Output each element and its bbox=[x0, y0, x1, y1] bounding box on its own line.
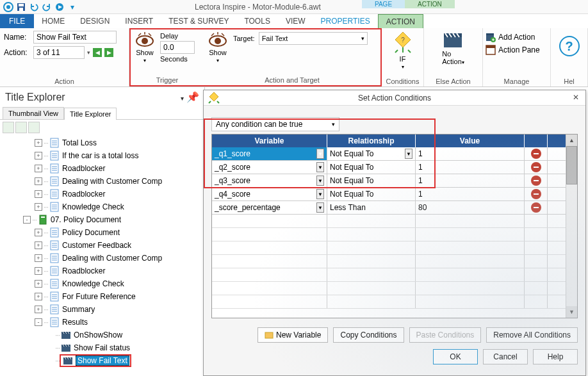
value-cell[interactable]: 1 bbox=[416, 188, 525, 200]
tab-view[interactable]: VIEW bbox=[278, 14, 313, 28]
chevron-down-icon[interactable]: ▼ bbox=[316, 202, 324, 213]
tree-item[interactable]: ···OnShowShow bbox=[0, 329, 204, 341]
tree-item[interactable]: +···Total Loss bbox=[0, 136, 204, 149]
redo-icon[interactable] bbox=[41, 1, 53, 13]
expand-icon[interactable]: + bbox=[35, 190, 42, 198]
value-cell[interactable]: 80 bbox=[416, 201, 525, 214]
variable-cell[interactable]: _q3_score▼ bbox=[212, 174, 327, 187]
tree-item[interactable]: +···Dealing with Customer Comp bbox=[0, 175, 204, 188]
variable-cell[interactable]: _q4_score▼ bbox=[212, 188, 327, 200]
remove-row-button[interactable] bbox=[531, 189, 541, 199]
variable-cell[interactable]: _score_percentage▼ bbox=[212, 201, 327, 214]
relationship-cell[interactable]: Not Equal To bbox=[327, 174, 416, 187]
value-cell[interactable]: 1 bbox=[416, 147, 525, 160]
expand-icon[interactable]: + bbox=[35, 152, 42, 159]
panel-pin-icon[interactable]: 📌 bbox=[186, 92, 199, 102]
expand-icon[interactable]: + bbox=[35, 306, 42, 313]
prev-action-button[interactable]: ◀ bbox=[93, 48, 102, 57]
cancel-button[interactable]: Cancel bbox=[483, 349, 528, 364]
tab-design[interactable]: DESIGN bbox=[72, 14, 117, 28]
conditions-if-button[interactable]: ? IF▾ bbox=[393, 31, 413, 70]
relationship-cell[interactable]: Not Equal To bbox=[327, 161, 416, 174]
variable-cell[interactable]: _q2_score▼ bbox=[212, 161, 327, 174]
condition-row[interactable]: _q4_score▼Not Equal To1 bbox=[212, 188, 566, 201]
tab-tools[interactable]: TOOLS bbox=[236, 14, 277, 28]
tree-item[interactable]: +···For Future Reference bbox=[0, 290, 204, 303]
expand-icon[interactable]: + bbox=[35, 177, 42, 185]
tree-tool-1[interactable] bbox=[3, 122, 14, 133]
remove-row-button[interactable] bbox=[531, 149, 541, 159]
tab-file[interactable]: FILE bbox=[0, 14, 34, 28]
variable-cell[interactable]: _q1_score▼ bbox=[212, 147, 327, 160]
expand-icon[interactable]: + bbox=[35, 139, 42, 147]
tree-item[interactable]: +···Policy Document bbox=[0, 226, 204, 239]
else-action-button[interactable]: NoAction▾ bbox=[442, 31, 464, 65]
expand-icon[interactable]: + bbox=[35, 165, 42, 172]
expand-icon[interactable]: + bbox=[35, 254, 42, 262]
action-selector[interactable] bbox=[33, 46, 85, 59]
chevron-down-icon[interactable]: ▼ bbox=[405, 149, 412, 159]
remove-row-button[interactable] bbox=[531, 202, 541, 213]
expand-icon[interactable]: + bbox=[35, 280, 42, 288]
tree-item[interactable]: +···Customer Feedback bbox=[0, 239, 204, 252]
save-icon[interactable] bbox=[15, 1, 27, 13]
table-scrollbar[interactable]: ▲ ▼ bbox=[566, 135, 577, 318]
tree-item[interactable]: +···Knowledge Check bbox=[0, 277, 204, 290]
scroll-up-icon[interactable]: ▲ bbox=[566, 135, 577, 146]
condition-row[interactable]: _score_percentage▼Less Than80 bbox=[212, 201, 566, 215]
tab-insert[interactable]: INSERT bbox=[117, 14, 161, 28]
action-show-button[interactable]: Show▾ bbox=[208, 32, 228, 63]
condition-row[interactable]: _q1_score▼Not Equal To▼1 bbox=[212, 147, 566, 161]
tree-view[interactable]: +···Total Loss+···If the car is a total … bbox=[0, 135, 204, 376]
action-pane-button[interactable]: Action Pane bbox=[484, 44, 549, 56]
help-button[interactable]: Help bbox=[533, 349, 578, 364]
ok-button[interactable]: OK bbox=[433, 349, 478, 364]
tab-thumbnail-view[interactable]: Thumbnail View bbox=[3, 107, 64, 119]
remove-row-button[interactable] bbox=[531, 176, 541, 186]
tree-tool-2[interactable] bbox=[15, 122, 27, 133]
preview-icon[interactable] bbox=[54, 1, 65, 13]
paste-conditions-button[interactable]: Paste Conditions bbox=[409, 327, 482, 343]
relationship-cell[interactable]: Not Equal To▼ bbox=[327, 147, 416, 160]
target-selector[interactable]: Fail Text▾ bbox=[259, 32, 368, 45]
help-button[interactable]: ? bbox=[559, 36, 580, 56]
expand-icon[interactable]: + bbox=[35, 267, 42, 275]
condition-row[interactable]: _q3_score▼Not Equal To1 bbox=[212, 174, 566, 188]
add-action-button[interactable]: Add Action bbox=[484, 31, 549, 44]
tree-item[interactable]: +···If the car is a total loss bbox=[0, 149, 204, 162]
tree-item[interactable]: +···Dealing with Customer Comp bbox=[0, 252, 204, 265]
tree-tool-3[interactable] bbox=[28, 122, 40, 133]
panel-dropdown-icon[interactable]: ▾ bbox=[181, 95, 184, 102]
value-cell[interactable]: 1 bbox=[416, 174, 525, 187]
value-cell[interactable]: 1 bbox=[416, 161, 525, 174]
tree-item[interactable]: +···Roadblocker bbox=[0, 162, 204, 175]
tree-item[interactable]: +···Summary bbox=[0, 303, 204, 316]
condition-mode-selector[interactable]: Any condition can be true▾ bbox=[211, 117, 339, 131]
collapse-icon[interactable]: - bbox=[23, 216, 31, 224]
expand-icon[interactable]: + bbox=[35, 229, 42, 236]
tree-item[interactable]: -···07. Policy Document bbox=[0, 213, 204, 226]
tab-title-explorer[interactable]: Title Explorer bbox=[64, 108, 117, 120]
trigger-show-button[interactable]: Show▾ bbox=[135, 32, 155, 63]
app-icon[interactable] bbox=[3, 1, 14, 13]
chevron-down-icon[interactable]: ▼ bbox=[316, 149, 324, 159]
tab-home[interactable]: HOME bbox=[34, 14, 72, 28]
copy-conditions-button[interactable]: Copy Conditions bbox=[333, 327, 404, 343]
chevron-down-icon[interactable]: ▼ bbox=[316, 162, 324, 172]
condition-row[interactable]: _q2_score▼Not Equal To1 bbox=[212, 161, 566, 174]
qat-dropdown-icon[interactable]: ▾ bbox=[67, 1, 78, 13]
undo-icon[interactable] bbox=[28, 1, 40, 13]
next-action-button[interactable]: ▶ bbox=[104, 48, 113, 57]
delay-input[interactable] bbox=[160, 41, 195, 54]
expand-icon[interactable]: + bbox=[35, 203, 42, 211]
expand-icon[interactable]: + bbox=[35, 293, 42, 300]
tab-action[interactable]: ACTION bbox=[378, 14, 423, 28]
tree-item[interactable]: +···Roadblocker bbox=[0, 188, 204, 200]
scroll-thumb[interactable] bbox=[566, 146, 577, 184]
tree-item[interactable]: ···Show Fail Text bbox=[0, 354, 204, 367]
scroll-down-icon[interactable]: ▼ bbox=[566, 306, 577, 318]
close-button[interactable]: ✕ bbox=[573, 93, 582, 102]
relationship-cell[interactable]: Not Equal To bbox=[327, 188, 416, 200]
collapse-icon[interactable]: - bbox=[35, 318, 42, 326]
tree-item[interactable]: +···Knowledge Check bbox=[0, 200, 204, 213]
